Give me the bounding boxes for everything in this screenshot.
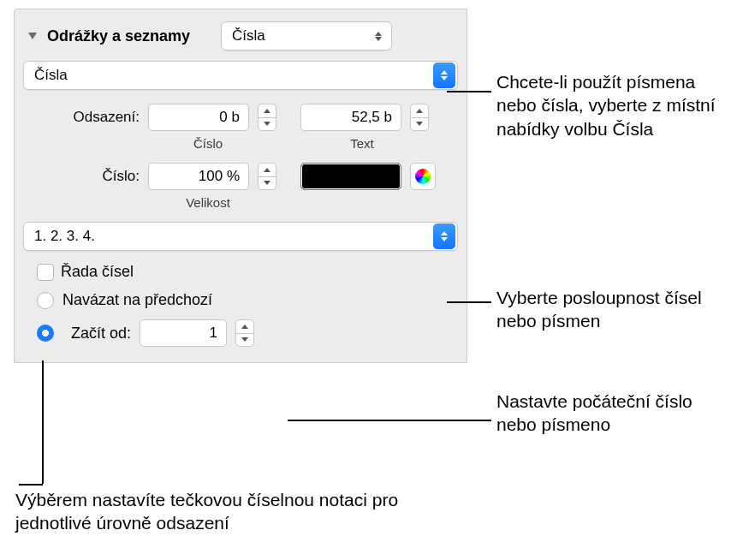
indent-sublabels: Číslo Text [23,136,458,151]
list-type-popup[interactable]: Čísla [221,21,392,51]
number-size-stepper[interactable] [258,163,276,190]
start-from-label: Začít od: [71,325,131,343]
callout-leader [288,420,491,421]
callout-tiered: Výběrem nastavíte tečkovou číselnou nota… [15,488,409,535]
indent-text-stepper[interactable] [410,104,429,131]
callout-leader [447,301,491,303]
callout-style: Chcete-li použít písmena nebo čísla, vyb… [496,70,728,140]
indent-number-sublabel: Číslo [148,136,268,151]
number-row: Číslo: [23,163,458,190]
number-label: Číslo: [28,168,140,185]
chevrons-icon [372,32,384,41]
indent-number-input[interactable] [148,104,249,131]
indent-row: Odsazení: [23,104,458,131]
disclosure-triangle-icon[interactable] [28,33,37,39]
tiered-numbers-checkbox[interactable] [37,264,54,281]
list-style-value: Čísla [34,67,68,84]
callout-sequence: Vyberte posloupnost čísel nebo písmen [496,286,728,333]
section-title: Odrážky a seznamy [47,27,190,45]
callout-start: Nastavte počáteční číslo nebo písmeno [496,390,728,437]
callout-leader [447,91,491,92]
section-header: Odrážky a seznamy Čísla [23,21,458,51]
continue-radio-row: Navázat na předchozí [23,291,458,309]
number-sequence-popup[interactable]: 1. 2. 3. 4. [23,222,458,251]
number-sequence-value: 1. 2. 3. 4. [34,228,95,245]
callout-leader [19,484,43,486]
number-size-input[interactable] [148,163,249,190]
callout-leader [42,360,44,484]
indent-text-input[interactable] [300,104,401,131]
number-size-sublabel: Velikost [148,195,268,210]
tiered-numbers-row: Řada čísel [23,263,458,281]
color-picker-button[interactable] [410,163,436,190]
number-color-well[interactable] [300,163,401,190]
start-from-stepper[interactable] [235,319,254,347]
indent-text-sublabel: Text [302,136,422,151]
indent-number-stepper[interactable] [258,104,276,131]
number-sublabels: Velikost [23,195,458,210]
list-style-popup[interactable]: Čísla [23,61,458,90]
indent-label: Odsazení: [28,109,140,126]
start-from-row: Začít od: [23,319,458,347]
continue-from-previous-radio[interactable] [37,292,54,309]
bullets-lists-panel: Odrážky a seznamy Čísla Čísla Odsazení: … [14,9,467,363]
continue-from-previous-label: Navázat na předchozí [62,291,212,309]
chevrons-icon [433,63,455,88]
chevrons-icon [433,223,455,249]
list-type-value: Čísla [232,27,265,45]
start-from-radio[interactable] [37,325,54,342]
start-from-input[interactable] [140,319,227,347]
color-wheel-icon [415,169,431,184]
tiered-numbers-label: Řada čísel [61,263,134,281]
